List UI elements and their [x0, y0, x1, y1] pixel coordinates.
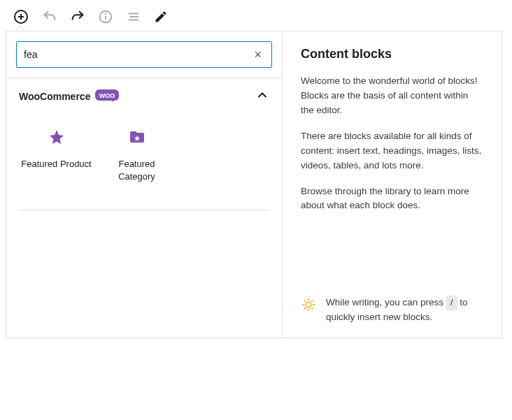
tip-before: While writing, you can press [326, 297, 446, 307]
tip-key: / [446, 296, 457, 310]
svg-line-18 [312, 308, 313, 309]
block-info-column: Content blocks Welcome to the wonderful … [283, 31, 502, 338]
add-block-icon[interactable] [13, 8, 29, 25]
redo-icon[interactable] [70, 9, 85, 24]
folder-star-icon [129, 129, 145, 148]
chevron-up-icon[interactable] [255, 88, 269, 105]
search-box[interactable]: × [16, 41, 272, 68]
blocks-grid: Featured Product Featured Category [6, 115, 282, 210]
undo-icon[interactable] [42, 9, 57, 24]
block-search-column: × WooCommerce WOO Featured Product [6, 31, 283, 338]
lightbulb-icon [301, 297, 316, 315]
info-title: Content blocks [301, 47, 483, 61]
popover-arrow [15, 26, 25, 31]
block-featured-product[interactable]: Featured Product [16, 122, 97, 190]
info-paragraph: There are blocks available for all kinds… [301, 129, 483, 173]
edit-icon[interactable] [154, 10, 168, 24]
block-inserter-panel: × WooCommerce WOO Featured Product [6, 31, 502, 338]
info-paragraph: Browse through the library to learn more… [301, 184, 483, 214]
svg-text:WOO: WOO [99, 92, 115, 99]
block-featured-category[interactable]: Featured Category [97, 122, 177, 190]
svg-marker-11 [111, 100, 114, 102]
divider [19, 210, 269, 210]
clear-search-icon[interactable]: × [251, 48, 264, 61]
woocommerce-badge-icon: WOO [95, 88, 119, 105]
tip-text: While writing, you can press / to quickl… [326, 296, 483, 325]
outline-icon[interactable] [126, 9, 141, 24]
svg-point-5 [106, 14, 106, 15]
block-label: Featured Product [21, 158, 91, 171]
svg-point-12 [306, 302, 311, 307]
category-name: WooCommerce [19, 91, 90, 102]
category-header-woocommerce[interactable]: WooCommerce WOO [6, 78, 282, 115]
info-paragraph: Welcome to the wonderful world of blocks… [301, 74, 483, 118]
svg-line-20 [312, 300, 313, 301]
block-label: Featured Category [101, 158, 173, 183]
tip-row: While writing, you can press / to quickl… [301, 282, 483, 325]
editor-toolbar [0, 0, 512, 32]
info-icon[interactable] [98, 9, 113, 24]
search-input[interactable] [24, 49, 251, 60]
svg-line-17 [304, 300, 305, 301]
star-icon [48, 129, 65, 148]
svg-line-19 [304, 308, 305, 309]
